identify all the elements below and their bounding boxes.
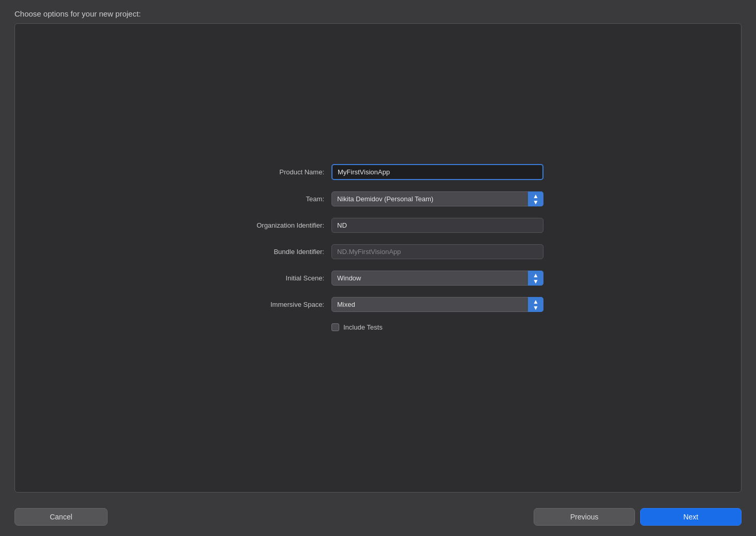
form-container: Product Name: Team: Nikita Demidov (Pers… <box>213 164 543 331</box>
include-tests-label[interactable]: Include Tests <box>343 323 383 331</box>
cancel-button[interactable]: Cancel <box>14 508 108 526</box>
org-identifier-input[interactable] <box>331 218 543 233</box>
bundle-identifier-label: Bundle Identifier: <box>213 248 331 256</box>
product-name-row: Product Name: <box>213 164 543 180</box>
team-select-wrapper: Nikita Demidov (Personal Team) Add Accou… <box>331 191 543 206</box>
footer-right: Previous Next <box>534 508 742 526</box>
org-identifier-label: Organization Identifier: <box>213 221 331 229</box>
team-select[interactable]: Nikita Demidov (Personal Team) Add Accou… <box>331 191 543 206</box>
bundle-identifier-input <box>331 244 543 259</box>
header-title: Choose options for your new project: <box>0 0 756 23</box>
immersive-space-select-wrapper: Mixed Full Progressive ▲▼ <box>331 297 543 312</box>
include-tests-row: Include Tests <box>213 323 543 331</box>
initial-scene-select-wrapper: Window Full Space ▲▼ <box>331 271 543 286</box>
product-name-label: Product Name: <box>213 168 331 176</box>
previous-button[interactable]: Previous <box>534 508 635 526</box>
team-label: Team: <box>213 195 331 203</box>
immersive-space-select[interactable]: Mixed Full Progressive <box>331 297 543 312</box>
include-tests-checkbox[interactable] <box>331 323 339 331</box>
initial-scene-label: Initial Scene: <box>213 274 331 282</box>
product-name-input[interactable] <box>331 164 543 180</box>
footer: Cancel Previous Next <box>0 501 756 536</box>
immersive-space-row: Immersive Space: Mixed Full Progressive … <box>213 297 543 312</box>
bundle-identifier-row: Bundle Identifier: <box>213 244 543 259</box>
initial-scene-row: Initial Scene: Window Full Space ▲▼ <box>213 271 543 286</box>
next-button[interactable]: Next <box>640 508 742 526</box>
main-panel: Product Name: Team: Nikita Demidov (Pers… <box>14 23 742 493</box>
team-row: Team: Nikita Demidov (Personal Team) Add… <box>213 191 543 206</box>
immersive-space-label: Immersive Space: <box>213 301 331 308</box>
initial-scene-select[interactable]: Window Full Space <box>331 271 543 286</box>
org-identifier-row: Organization Identifier: <box>213 218 543 233</box>
